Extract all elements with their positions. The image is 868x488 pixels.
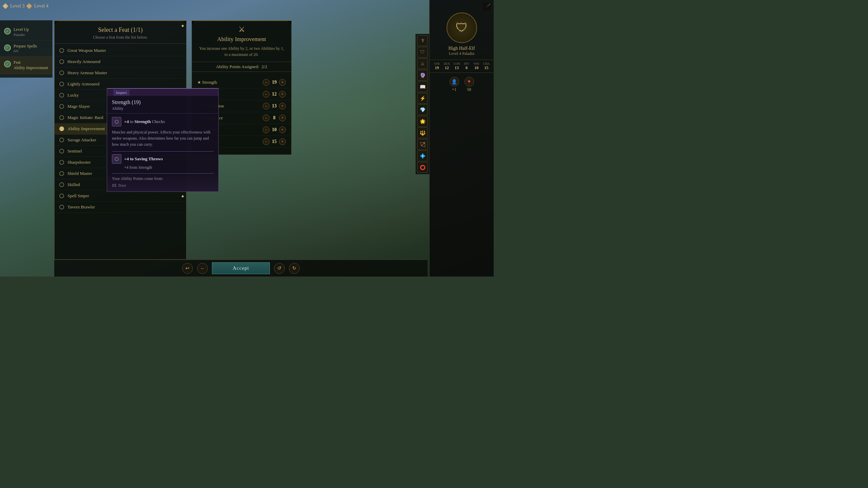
ability-minus-charisma[interactable]: − bbox=[263, 138, 270, 145]
step-label-feat: Feat bbox=[14, 60, 48, 65]
ability-value-charisma: 15 bbox=[270, 139, 279, 144]
ability-plus-charisma[interactable]: + bbox=[279, 138, 286, 145]
feat-radio-skilled bbox=[59, 182, 64, 187]
ability-points-row: Ability Points Assigned: 2/2 bbox=[192, 62, 291, 72]
inspect-title: Strength (19) bbox=[112, 99, 214, 105]
feat-name-mage-slayer: Mage Slayer bbox=[67, 104, 90, 109]
inspect-tooltip: Inspect Strength (19) Ability ⬡ +4 to St… bbox=[107, 88, 219, 192]
inspect-points-header: Your Ability Points come from: bbox=[112, 176, 214, 181]
nav-undo-btn[interactable]: ↺ bbox=[274, 263, 285, 274]
expand-icon[interactable]: ⤢ bbox=[487, 2, 491, 8]
saving-throw-icon: ⬡ bbox=[112, 154, 121, 164]
right-icon-3[interactable]: 🔮 bbox=[417, 70, 428, 81]
ability-plus-constitution[interactable]: + bbox=[279, 103, 286, 109]
step-check-prepare-spells: ✓ bbox=[4, 44, 11, 51]
feat-name-tavern-brawler: Tavern Brawler bbox=[67, 204, 95, 210]
stat-abbr-con: CON bbox=[452, 62, 461, 65]
inspect-tab-label: Inspect bbox=[113, 89, 130, 96]
right-icon-4[interactable]: 📖 bbox=[417, 81, 428, 92]
level4-icon bbox=[26, 3, 32, 9]
character-class: Level 4 Paladin bbox=[449, 51, 474, 56]
character-name: High Half-Elf bbox=[448, 46, 475, 51]
right-icon-9[interactable]: 🏹 bbox=[417, 139, 428, 150]
right-icon-2[interactable]: ⚔ bbox=[417, 58, 428, 69]
inspect-main-stat-row: ⬡ +4 to Strength Checks bbox=[112, 117, 214, 126]
step-label-level-up: Level Up bbox=[14, 27, 29, 33]
feat-name-heavy-armour-master: Heavy Armour Master bbox=[67, 70, 107, 76]
nav-back-btn[interactable]: ← bbox=[197, 263, 208, 274]
right-icons-col: 🗡🛡⚔🔮📖⚡💎🌟🔱🏹💠⭕ bbox=[415, 34, 429, 174]
feat-name-lightly-armoured: Lightly Armoured bbox=[67, 81, 99, 87]
ability-panel-icon: ⚔ bbox=[192, 21, 291, 36]
bottom-bar: ↩ ← Accept ↺ ↻ bbox=[54, 260, 428, 277]
nav-left-btn[interactable]: ↩ bbox=[182, 263, 193, 274]
feat-item-spell-sniper[interactable]: Spell Sniper◆ bbox=[55, 190, 186, 202]
feat-radio-shield-master bbox=[59, 171, 64, 176]
right-icon-8[interactable]: 🔱 bbox=[417, 127, 428, 138]
stat-num-str: 19 bbox=[432, 65, 441, 70]
feat-name-ability-improvement: Ability Improvement bbox=[67, 126, 105, 131]
feat-name-magic-initiate-bard: Magic Initiate: Bard bbox=[67, 115, 103, 120]
step-sub-prepare-spells: 6/6 bbox=[14, 49, 37, 53]
right-icon-11[interactable]: ⭕ bbox=[417, 162, 428, 173]
inspect-main-bonus-label: +4 to Strength Checks bbox=[124, 119, 165, 124]
inspect-base-label: Base bbox=[118, 183, 126, 188]
inspect-saving-sub: +4 from Strength bbox=[112, 165, 214, 170]
stat-cell-dex: DEX12 bbox=[442, 62, 451, 70]
feat-panel-subtitle: Choose a feat from the list below. bbox=[59, 35, 182, 40]
step-prepare-spells[interactable]: ✓ Prepare Spells 6/6 bbox=[0, 40, 52, 57]
step-feat[interactable]: ✓ Feat Ability Improvement bbox=[0, 57, 52, 74]
right-icon-5[interactable]: ⚡ bbox=[417, 93, 428, 104]
feat-item-heavily-armoured[interactable]: Heavily Armoured bbox=[55, 56, 186, 67]
inspect-type: Ability bbox=[112, 106, 214, 111]
ability-plus-wisdom[interactable]: + bbox=[279, 126, 286, 133]
feat-radio-sentinel bbox=[59, 149, 64, 154]
step-level-up[interactable]: ✓ Level Up Paladin bbox=[0, 24, 52, 40]
right-icon-6[interactable]: 💎 bbox=[417, 104, 428, 115]
level-up-icon: 👤 bbox=[450, 77, 459, 86]
inspect-saving-throws-row: ⬡ +4 to Saving Throws bbox=[112, 154, 214, 164]
feat-name-savage-attacker: Savage Attacker bbox=[67, 137, 96, 143]
right-icon-0[interactable]: 🗡 bbox=[417, 35, 428, 46]
feat-item-great-weapon-master[interactable]: Great Weapon Master◆ bbox=[55, 45, 186, 56]
feat-radio-savage-attacker bbox=[59, 138, 64, 142]
strength-dice-icon: ⬡ bbox=[112, 117, 121, 126]
feat-item-tavern-brawler[interactable]: Tavern Brawler bbox=[55, 202, 186, 213]
feat-radio-lightly-armoured bbox=[59, 82, 64, 86]
feat-item-heavy-armour-master[interactable]: Heavy Armour Master bbox=[55, 67, 186, 79]
ability-minus-dexterity[interactable]: − bbox=[263, 91, 270, 98]
accept-button[interactable]: Accept bbox=[212, 262, 270, 274]
right-icon-1[interactable]: 🛡 bbox=[417, 47, 428, 58]
char-extras: 👤 +1 ♥ 50 bbox=[450, 77, 474, 92]
ability-plus-strength[interactable]: + bbox=[279, 79, 286, 86]
ability-points-value: 2/2 bbox=[261, 64, 267, 69]
ability-row-strength: ★Strength−19+ bbox=[192, 77, 291, 88]
ability-plus-dexterity[interactable]: + bbox=[279, 91, 286, 98]
stat-num-dex: 12 bbox=[442, 65, 451, 70]
feat-panel-title: Select a Feat (1/1) bbox=[59, 26, 182, 34]
level3-label: Level 3 bbox=[10, 3, 24, 9]
stat-num-int: 8 bbox=[462, 65, 471, 70]
feat-name-lucky: Lucky bbox=[67, 93, 79, 98]
feat-name-sentinel: Sentinel bbox=[67, 148, 82, 154]
hp-icon: ♥ bbox=[465, 77, 474, 86]
right-panel: ⤢ 🛡 High Half-Elf Level 4 Paladin STR19D… bbox=[429, 0, 494, 277]
stat-abbr-wis: WIS bbox=[472, 62, 481, 65]
ability-value-strength: 19 bbox=[270, 80, 279, 85]
level4-label: Level 4 bbox=[34, 3, 48, 9]
ability-minus-wisdom[interactable]: − bbox=[263, 126, 270, 133]
feat-radio-great-weapon-master bbox=[59, 48, 64, 53]
ability-minus-intelligence[interactable]: − bbox=[263, 115, 270, 121]
nav-redo-btn[interactable]: ↻ bbox=[289, 263, 300, 274]
ability-minus-constitution[interactable]: − bbox=[263, 103, 270, 109]
feat-radio-ability-improvement bbox=[59, 126, 64, 131]
ability-minus-strength[interactable]: − bbox=[263, 79, 270, 86]
feat-radio-magic-initiate-bard bbox=[59, 115, 64, 120]
scroll-indicator-bottom: ◆ bbox=[181, 194, 184, 198]
ability-plus-intelligence[interactable]: + bbox=[279, 115, 286, 121]
extra-level-up: 👤 +1 bbox=[450, 77, 459, 92]
right-icon-7[interactable]: 🌟 bbox=[417, 116, 428, 127]
right-icon-10[interactable]: 💠 bbox=[417, 150, 428, 161]
stat-num-wis: 10 bbox=[472, 65, 481, 70]
stat-cell-str: STR19 bbox=[432, 62, 441, 70]
